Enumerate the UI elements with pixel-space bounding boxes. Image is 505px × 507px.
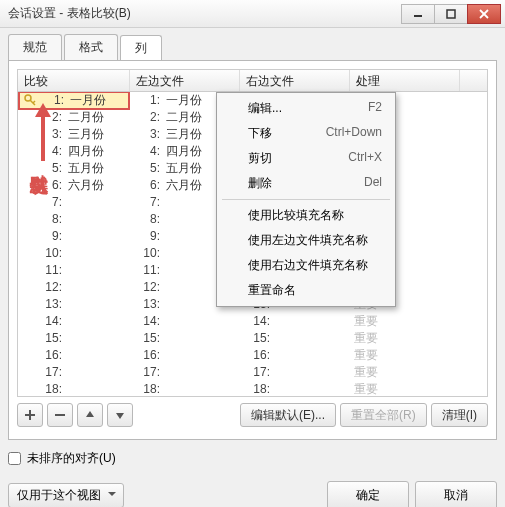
col-handling[interactable]: 处理 xyxy=(350,70,460,91)
cell-compare[interactable]: 7: xyxy=(18,194,130,211)
key-icon xyxy=(22,211,36,228)
menu-label: 使用右边文件填充名称 xyxy=(248,257,368,274)
tab-spec[interactable]: 规范 xyxy=(8,34,62,60)
cancel-button[interactable]: 取消 xyxy=(415,481,497,507)
cell-compare[interactable]: 10: xyxy=(18,245,130,262)
cell-compare[interactable]: 14: xyxy=(18,313,130,330)
cell-left[interactable]: 18: xyxy=(130,381,240,397)
add-button[interactable] xyxy=(17,403,43,427)
cell-compare[interactable]: 11: xyxy=(18,262,130,279)
context-menu: 编辑...F2下移Ctrl+Down剪切Ctrl+X删除Del使用比较填充名称使… xyxy=(216,92,396,307)
col-left-file[interactable]: 左边文件 xyxy=(130,70,240,91)
menu-item[interactable]: 使用右边文件填充名称 xyxy=(220,253,392,278)
cell-compare[interactable]: 4:四月份 xyxy=(18,143,130,160)
cell-right[interactable]: 14: xyxy=(240,313,350,330)
key-icon xyxy=(22,245,36,262)
unsorted-align-label: 未排序的对齐(U) xyxy=(27,450,116,467)
cell-compare[interactable]: 16: xyxy=(18,347,130,364)
cell-compare[interactable]: 8: xyxy=(18,211,130,228)
menu-item[interactable]: 编辑...F2 xyxy=(220,96,392,121)
table-row[interactable]: 16:16:16:重要 xyxy=(18,347,487,364)
remove-button[interactable] xyxy=(47,403,73,427)
tab-format[interactable]: 格式 xyxy=(64,34,118,60)
move-down-button[interactable] xyxy=(107,403,133,427)
dialog-bottom: 未排序的对齐(U) 仅用于这个视图 确定 取消 xyxy=(0,440,505,507)
cell-compare[interactable]: 2:二月份 xyxy=(18,109,130,126)
cell-left[interactable]: 14: xyxy=(130,313,240,330)
scope-select[interactable]: 仅用于这个视图 xyxy=(8,483,124,507)
menu-item[interactable]: 重置命名 xyxy=(220,278,392,303)
menu-label: 使用比较填充名称 xyxy=(248,207,344,224)
cell-compare[interactable]: 5:五月份 xyxy=(18,160,130,177)
svg-marker-12 xyxy=(86,411,94,417)
menu-item[interactable]: 下移Ctrl+Down xyxy=(220,121,392,146)
col-compare[interactable]: 比较 xyxy=(18,70,130,91)
grid-header: 比较 左边文件 右边文件 处理 xyxy=(18,70,487,92)
table-row[interactable]: 15:15:15:重要 xyxy=(18,330,487,347)
cell-left[interactable]: 16: xyxy=(130,347,240,364)
menu-separator xyxy=(222,199,390,200)
edit-default-button[interactable]: 编辑默认(E)... xyxy=(240,403,336,427)
key-icon xyxy=(22,330,36,347)
move-up-button[interactable] xyxy=(77,403,103,427)
clear-button[interactable]: 清理(I) xyxy=(431,403,488,427)
cell-handling[interactable]: 重要 xyxy=(350,313,460,330)
menu-label: 下移 xyxy=(248,125,272,142)
key-icon xyxy=(22,364,36,381)
cell-compare[interactable]: 17: xyxy=(18,364,130,381)
cell-right[interactable]: 16: xyxy=(240,347,350,364)
cell-compare[interactable]: 12: xyxy=(18,279,130,296)
key-icon xyxy=(22,347,36,364)
key-icon xyxy=(22,160,36,177)
unsorted-align-input[interactable] xyxy=(8,452,21,465)
menu-item[interactable]: 剪切Ctrl+X xyxy=(220,146,392,171)
ok-button[interactable]: 确定 xyxy=(327,481,409,507)
key-icon xyxy=(22,194,36,211)
menu-label: 剪切 xyxy=(248,150,272,167)
table-row[interactable]: 17:17:17:重要 xyxy=(18,364,487,381)
cell-compare[interactable]: 3:三月份 xyxy=(18,126,130,143)
menu-shortcut: Del xyxy=(364,175,382,192)
cell-compare[interactable]: 15: xyxy=(18,330,130,347)
svg-line-6 xyxy=(33,101,35,103)
unsorted-align-checkbox[interactable]: 未排序的对齐(U) xyxy=(8,450,497,467)
cell-compare[interactable]: 9: xyxy=(18,228,130,245)
maximize-button[interactable] xyxy=(434,4,468,24)
cell-right[interactable]: 18: xyxy=(240,381,350,397)
reset-all-button[interactable]: 重置全部(R) xyxy=(340,403,427,427)
menu-item[interactable]: 使用比较填充名称 xyxy=(220,203,392,228)
tabs: 规范 格式 列 xyxy=(0,28,505,60)
cell-right[interactable]: 17: xyxy=(240,364,350,381)
cell-compare[interactable]: 13: xyxy=(18,296,130,313)
key-icon xyxy=(22,109,36,126)
close-button[interactable] xyxy=(467,4,501,24)
cell-handling[interactable]: 重要 xyxy=(350,364,460,381)
minimize-button[interactable] xyxy=(401,4,435,24)
menu-shortcut: F2 xyxy=(368,100,382,117)
key-icon xyxy=(22,126,36,143)
menu-label: 删除 xyxy=(248,175,272,192)
key-icon xyxy=(22,296,36,313)
cell-compare[interactable]: 18: xyxy=(18,381,130,397)
cell-handling[interactable]: 重要 xyxy=(350,347,460,364)
svg-marker-13 xyxy=(116,413,124,419)
cell-left[interactable]: 17: xyxy=(130,364,240,381)
cell-handling[interactable]: 重要 xyxy=(350,381,460,397)
menu-item[interactable]: 删除Del xyxy=(220,171,392,196)
cell-compare[interactable]: 6:六月份 xyxy=(18,177,130,194)
menu-shortcut: Ctrl+Down xyxy=(326,125,382,142)
table-row[interactable]: 18:18:18:重要 xyxy=(18,381,487,397)
menu-item[interactable]: 使用左边文件填充名称 xyxy=(220,228,392,253)
key-icon xyxy=(22,279,36,296)
key-icon xyxy=(24,93,38,108)
tab-columns[interactable]: 列 xyxy=(120,35,162,61)
cell-handling[interactable]: 重要 xyxy=(350,330,460,347)
cell-right[interactable]: 15: xyxy=(240,330,350,347)
table-row[interactable]: 14:14:14:重要 xyxy=(18,313,487,330)
key-icon xyxy=(22,381,36,397)
cell-compare[interactable]: 1:一月份 xyxy=(18,92,130,110)
cell-left[interactable]: 15: xyxy=(130,330,240,347)
menu-label: 重置命名 xyxy=(248,282,296,299)
col-right-file[interactable]: 右边文件 xyxy=(240,70,350,91)
key-icon xyxy=(22,262,36,279)
